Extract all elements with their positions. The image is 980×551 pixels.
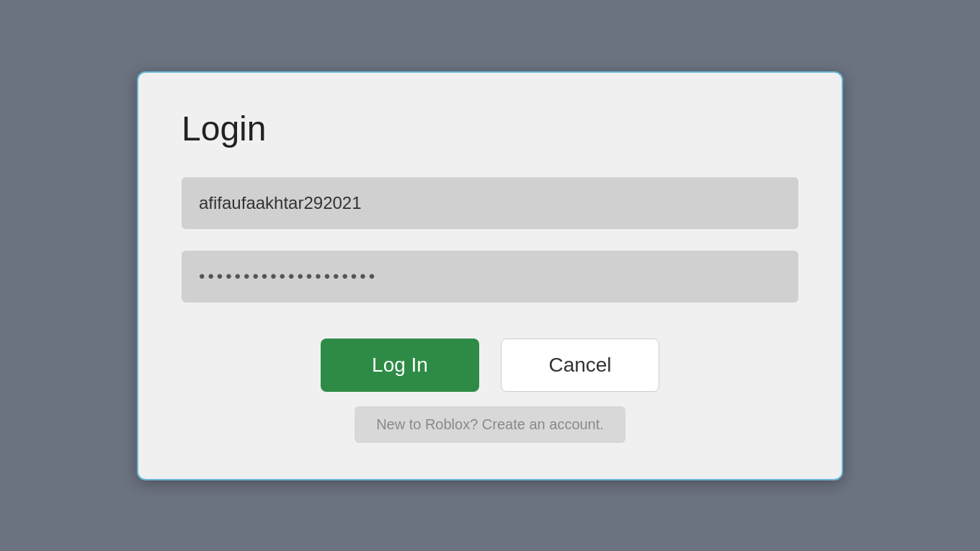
username-input[interactable] <box>182 177 798 229</box>
create-account-link[interactable]: New to Roblox? Create an account. <box>355 406 625 443</box>
action-buttons: Log In Cancel <box>182 339 798 392</box>
login-dialog: Login Log In Cancel New to Roblox? Creat… <box>137 71 843 480</box>
password-input[interactable] <box>182 251 798 303</box>
login-button[interactable]: Log In <box>321 339 479 392</box>
cancel-button[interactable]: Cancel <box>501 339 659 392</box>
dialog-title: Login <box>182 109 798 148</box>
